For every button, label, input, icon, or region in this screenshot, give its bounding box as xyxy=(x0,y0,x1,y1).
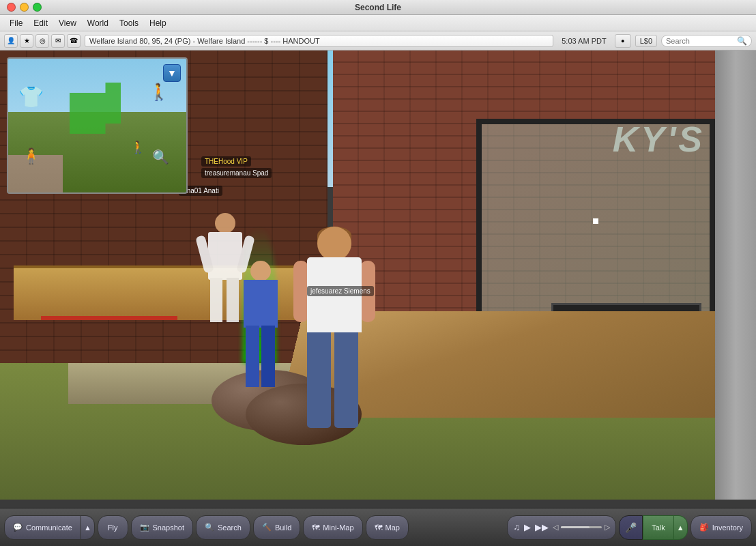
minimap-run-icon: 🚶 xyxy=(130,140,145,155)
avatar-ana01-head xyxy=(215,213,235,233)
talk-button[interactable]: Talk xyxy=(643,515,674,540)
avatar-ana01-leg-l xyxy=(210,278,222,322)
volume-up-icon[interactable]: ▷ xyxy=(605,523,610,532)
snapshot-button[interactable]: 📷 Snapshot xyxy=(131,515,193,540)
voice-icon-area: 🎤 xyxy=(619,515,643,540)
avatar-blue-torso xyxy=(244,280,278,328)
snapshot-icon: 📷 xyxy=(140,523,149,532)
communicate-group: 💬 Communicate ▲ xyxy=(4,515,95,540)
minimap: 👕 🚶 🚶 🔍 🧍 ▼ xyxy=(7,57,188,194)
toolbar-status-icon[interactable]: ● xyxy=(615,34,631,48)
avatar-main-arm-right xyxy=(360,261,375,322)
minimap-walk-icon: 🚶 xyxy=(149,83,169,102)
avatar-main xyxy=(293,227,375,431)
minimize-button[interactable] xyxy=(20,3,29,12)
search-icon: 🔍 xyxy=(737,36,747,46)
avatar-main-torso xyxy=(307,257,362,332)
communicate-icon: 💬 xyxy=(13,523,23,532)
minimap-btn-icon: 🗺 xyxy=(312,523,319,532)
avatar-blue-leg-r xyxy=(261,326,275,387)
minimap-puzzle-area xyxy=(70,83,121,134)
minimap-button[interactable]: 🗺 Mini-Map xyxy=(303,515,362,540)
interior-shelf xyxy=(14,265,328,320)
toolbar-chat-icon[interactable]: ✉ xyxy=(51,34,65,48)
avatar-main-leg-right xyxy=(334,332,358,428)
kys-sign: KY'S xyxy=(613,119,705,160)
avatar-ana01 xyxy=(205,213,246,322)
interior-decoration xyxy=(41,316,177,320)
avatar-blue-leg-l xyxy=(246,326,259,387)
fly-button[interactable]: Fly xyxy=(98,515,128,540)
map-icon: 🗺 xyxy=(375,523,382,532)
inventory-button[interactable]: 🎒 Inventory xyxy=(690,515,752,540)
talk-expand-button[interactable]: ▲ xyxy=(674,515,688,540)
talk-group: 🎤 Talk ▲ xyxy=(619,515,688,540)
game-viewport: KY'S LUCKY'S • xyxy=(0,51,756,500)
volume-slider[interactable] xyxy=(561,526,602,528)
window-controls xyxy=(7,3,42,12)
bottom-toolbar: 💬 Communicate ▲ Fly 📷 Snapshot 🔍 Search … xyxy=(0,508,756,546)
menu-view[interactable]: View xyxy=(53,17,82,29)
toolbar-time: 5:03 AM PDT xyxy=(557,37,610,45)
communicate-button[interactable]: 💬 Communicate xyxy=(4,515,81,540)
menu-world[interactable]: World xyxy=(82,17,114,29)
media-play-btn[interactable]: ▶ xyxy=(524,522,531,532)
menu-help[interactable]: Help xyxy=(144,17,172,29)
build-button[interactable]: 🔨 Build xyxy=(253,515,300,540)
search-btn-icon: 🔍 xyxy=(205,523,214,532)
toolbar-search-bar[interactable]: 🔍 xyxy=(661,35,752,47)
close-button[interactable] xyxy=(7,3,16,12)
avatar-ana01-body xyxy=(208,232,242,280)
toolbar: 👤 ★ ◎ ✉ ☎ Welfare Island 80, 95, 24 (PG)… xyxy=(0,31,756,51)
title-bar: Second Life xyxy=(0,0,756,15)
media-next-btn[interactable]: ▶▶ xyxy=(535,522,549,532)
media-prev-btn[interactable]: ♫ xyxy=(513,522,520,532)
toolbar-avatar-icon[interactable]: 👤 xyxy=(4,34,18,48)
toolbar-call-icon[interactable]: ☎ xyxy=(67,34,81,48)
window-dot xyxy=(593,218,598,224)
toolbar-icon-group: 👤 ★ ◎ ✉ ☎ xyxy=(4,34,81,48)
avatar-blue-head xyxy=(250,261,271,281)
avatar-blue xyxy=(242,261,280,397)
minimap-shirt-icon: 👕 xyxy=(18,85,44,109)
search-button[interactable]: 🔍 Search xyxy=(196,515,250,540)
toolbar-search-input[interactable] xyxy=(666,37,734,45)
volume-down-icon[interactable]: ◁ xyxy=(553,523,558,532)
inventory-icon: 🎒 xyxy=(699,523,709,532)
right-pillar xyxy=(715,51,756,500)
toolbar-money[interactable]: L$0 xyxy=(635,35,657,47)
minimap-person-icon: 🧍 xyxy=(22,147,40,165)
communicate-expand-button[interactable]: ▲ xyxy=(81,515,95,540)
map-button[interactable]: 🗺 Map xyxy=(366,515,409,540)
minimap-magnify-icon: 🔍 xyxy=(152,149,169,165)
build-icon: 🔨 xyxy=(262,523,272,532)
toolbar-friends-icon[interactable]: ★ xyxy=(20,34,33,48)
menu-tools[interactable]: Tools xyxy=(114,17,144,29)
location-bar[interactable]: Welfare Island 80, 95, 24 (PG) - Welfare… xyxy=(85,35,553,47)
menu-bar: File Edit View World Tools Help xyxy=(0,15,756,31)
avatar-main-head xyxy=(317,227,351,261)
volume-control: ◁ ▷ xyxy=(553,523,610,532)
avatar-main-arm-left xyxy=(293,261,308,322)
minimap-download-button[interactable]: ▼ xyxy=(163,64,181,82)
toolbar-groups-icon[interactable]: ◎ xyxy=(35,34,49,48)
menu-edit[interactable]: Edit xyxy=(28,17,53,29)
media-controls: ♫ ▶ ▶▶ ◁ ▷ xyxy=(507,515,616,540)
mic-icon: 🎤 xyxy=(625,522,637,533)
avatar-ana01-leg-r xyxy=(227,278,239,322)
menu-file[interactable]: File xyxy=(4,17,28,29)
maximize-button[interactable] xyxy=(33,3,42,12)
minimap-inner: 👕 🚶 🚶 🔍 🧍 ▼ xyxy=(8,59,186,192)
avatar-main-leg-left xyxy=(307,332,331,428)
window-title: Second Life xyxy=(355,3,401,12)
